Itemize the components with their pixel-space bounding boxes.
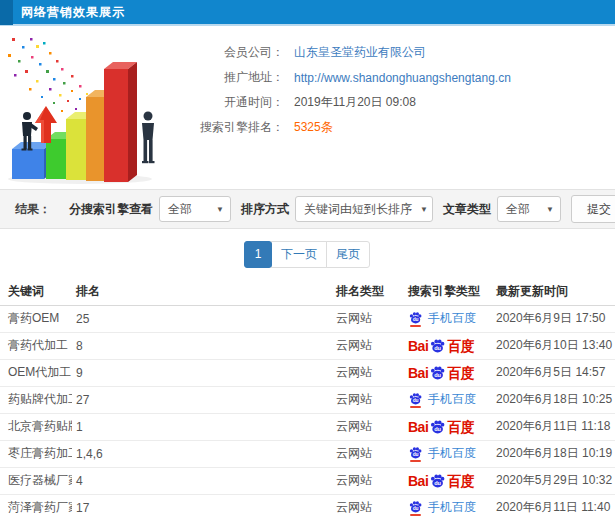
growth-bar-chart-illustration	[0, 32, 186, 184]
engine-type-cell: Baidu百度	[404, 467, 492, 494]
baidu-bai-text: Bai	[408, 366, 428, 380]
baidu-paw-icon: du	[428, 473, 447, 488]
mobile-baidu-label: 手机百度	[428, 391, 476, 408]
baidu-cn-text: 百度	[447, 420, 474, 434]
baidu-logo: Baidu百度	[408, 473, 474, 488]
updated-time-cell: 2020年6月10日 13:40	[492, 332, 615, 359]
page-title: 网络营销效果展示	[21, 4, 125, 21]
header-rank: 排名	[72, 279, 332, 305]
rank-link[interactable]: 17	[72, 494, 332, 520]
svg-text:du: du	[434, 372, 441, 378]
company-label: 会员公司：	[186, 44, 284, 61]
article-type-filter-select[interactable]: 全部 ▼	[497, 196, 561, 222]
updated-time-cell: 2020年5月29日 10:32	[492, 467, 615, 494]
baidu-paw-icon: du	[408, 392, 423, 408]
engine-filter-select[interactable]: 全部 ▼	[159, 196, 231, 222]
chevron-down-icon: ▼	[216, 205, 224, 214]
baidu-paw-icon: du	[428, 419, 447, 434]
rank-link[interactable]: 1,4,6	[72, 440, 332, 467]
svg-text:du: du	[413, 506, 419, 511]
mobile-baidu-label: 手机百度	[428, 445, 476, 462]
filter-group: 分搜索引擎查看 全部 ▼ 排序方式 关键词由短到长排序 ▼ 文章类型 全部 ▼ …	[59, 195, 615, 223]
next-page-button[interactable]: 下一页	[271, 241, 327, 268]
keyword-cell: 枣庄膏药加工	[0, 440, 72, 467]
engine-type-cell: Baidu百度	[404, 413, 492, 440]
pagination: 1 下一页 尾页	[245, 241, 370, 268]
updated-time-cell: 2020年6月9日 17:50	[492, 305, 615, 332]
sort-filter-value: 关键词由短到长排序	[304, 201, 412, 218]
baidu-logo: Baidu百度	[408, 365, 474, 380]
rank-type-cell: 云网站	[332, 413, 404, 440]
engine-type-cell: Baidu百度	[404, 359, 492, 386]
engine-filter-label: 分搜索引擎查看	[69, 201, 153, 218]
promo-url-link[interactable]: http://www.shandonghuangshengtang.cn	[294, 71, 511, 85]
table-row: 膏药代加工 8 云网站 Baidu百度 2020年6月10日 13:40	[0, 332, 615, 359]
svg-text:du: du	[413, 398, 419, 403]
baidu-cn-text: 百度	[447, 366, 474, 380]
rank-type-cell: 云网站	[332, 467, 404, 494]
table-header-row: 关键词 排名 排名类型 搜索引擎类型 最新更新时间	[0, 279, 615, 305]
rank-type-cell: 云网站	[332, 359, 404, 386]
promo-url-label: 推广地址：	[186, 69, 284, 86]
baidu-cn-text: 百度	[447, 474, 474, 488]
svg-text:du: du	[434, 426, 441, 432]
chevron-down-icon: ▼	[546, 205, 554, 214]
mobile-baidu-label: 手机百度	[428, 499, 476, 516]
baidu-cn-text: 百度	[447, 339, 474, 353]
pagination-wrap: 1 下一页 尾页	[0, 229, 615, 279]
mobile-baidu-logo: du手机百度	[408, 391, 476, 408]
businessman-right	[142, 112, 155, 164]
table-row: 药贴牌代加工 27 云网站 du手机百度 2020年6月18日 10:25	[0, 386, 615, 413]
last-page-button[interactable]: 尾页	[326, 241, 370, 268]
company-name-link[interactable]: 山东皇圣堂药业有限公司	[294, 44, 426, 61]
engine-type-cell: du手机百度	[404, 386, 492, 413]
updated-time-cell: 2020年6月11日 11:40	[492, 494, 615, 520]
bar-red	[104, 62, 137, 182]
mobile-baidu-label: 手机百度	[428, 310, 476, 327]
header-engine-type: 搜索引擎类型	[404, 279, 492, 305]
baidu-paw-icon: du	[428, 365, 447, 380]
rank-link[interactable]: 4	[72, 467, 332, 494]
rank-link[interactable]: 9	[72, 359, 332, 386]
rank-link[interactable]: 1	[72, 413, 332, 440]
info-row-open-time: 开通时间： 2019年11月20日 09:08	[186, 90, 615, 115]
table-row: 膏药OEM 25 云网站 du手机百度 2020年6月9日 17:50	[0, 305, 615, 332]
keyword-cell: 膏药代加工	[0, 332, 72, 359]
page-button-1[interactable]: 1	[244, 241, 272, 268]
header-keyword: 关键词	[0, 279, 72, 305]
engine-type-cell: du手机百度	[404, 494, 492, 520]
keyword-cell: 医疗器械厂家	[0, 467, 72, 494]
engine-filter-value: 全部	[168, 201, 192, 218]
account-info-section: 会员公司： 山东皇圣堂药业有限公司 推广地址： http://www.shand…	[0, 26, 615, 189]
rank-link[interactable]: 27	[72, 386, 332, 413]
engine-type-cell: du手机百度	[404, 305, 492, 332]
svg-text:du: du	[413, 452, 419, 457]
baidu-paw-icon: du	[408, 446, 423, 462]
rank-link[interactable]: 25	[72, 305, 332, 332]
info-row-company: 会员公司： 山东皇圣堂药业有限公司	[186, 40, 615, 65]
table-row: 医疗器械厂家 4 云网站 Baidu百度 2020年5月29日 10:32	[0, 467, 615, 494]
header-updated: 最新更新时间	[492, 279, 615, 305]
network-marketing-report-page: 网络营销效果展示	[0, 0, 615, 520]
rank-link[interactable]: 8	[72, 332, 332, 359]
info-row-rank-count: 搜索引擎排名： 5325条	[186, 115, 615, 140]
chevron-down-icon: ▼	[420, 205, 428, 214]
open-time-value: 2019年11月20日 09:08	[294, 94, 416, 111]
baidu-paw-icon: du	[408, 500, 423, 516]
baidu-paw-icon: du	[408, 311, 423, 327]
result-label: 结果：	[15, 201, 51, 218]
submit-button[interactable]: 提交	[571, 195, 615, 223]
account-info-list: 会员公司： 山东皇圣堂药业有限公司 推广地址： http://www.shand…	[186, 32, 615, 185]
svg-text:du: du	[434, 480, 441, 486]
engine-type-cell: Baidu百度	[404, 332, 492, 359]
rank-count-value: 5325条	[294, 119, 333, 136]
baidu-logo: Baidu百度	[408, 419, 474, 434]
info-row-url: 推广地址： http://www.shandonghuangshengtang.…	[186, 65, 615, 90]
title-bar-accent	[0, 0, 13, 25]
keyword-cell: 药贴牌代加工	[0, 386, 72, 413]
title-bar: 网络营销效果展示	[0, 0, 615, 26]
rank-type-cell: 云网站	[332, 386, 404, 413]
table-row: 北京膏药贴牌 1 云网站 Baidu百度 2020年6月11日 11:18	[0, 413, 615, 440]
sort-filter-select[interactable]: 关键词由短到长排序 ▼	[295, 196, 433, 222]
keyword-cell: 膏药OEM	[0, 305, 72, 332]
